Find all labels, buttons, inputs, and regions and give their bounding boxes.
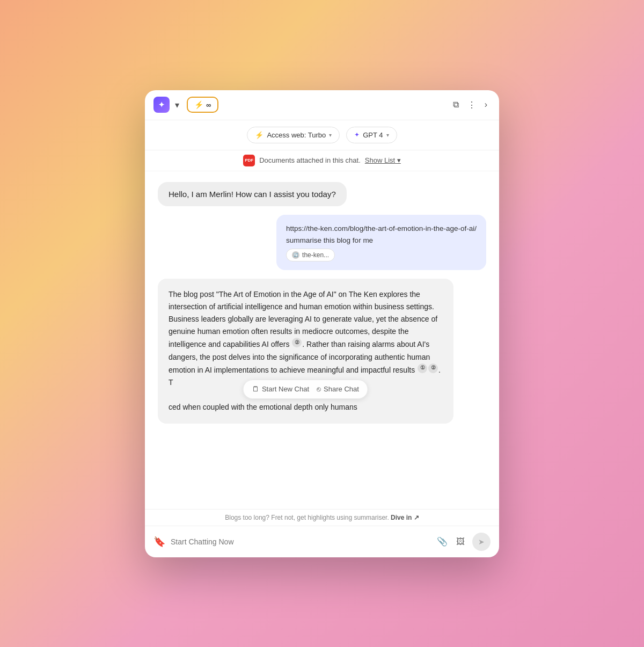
- gpt-chevron-icon: ▾: [386, 132, 389, 138]
- action-bar: 🗒 Start New Chat ⎋ Share Chat: [243, 380, 368, 398]
- citation-1: ①: [418, 364, 427, 373]
- ai-text-part4: ced when coupled with the emotional dept…: [169, 403, 357, 411]
- doc-banner: PDF Documents attached in this chat. Sho…: [145, 150, 499, 171]
- paperclip-icon: 📎: [437, 536, 448, 547]
- toolbar-right: ⧉ ⋮ ›: [450, 97, 491, 113]
- web-chevron-icon: ▾: [329, 132, 332, 138]
- gpt-button[interactable]: ✦ GPT 4 ▾: [346, 127, 397, 143]
- doc-banner-text: Documents attached in this chat.: [259, 156, 361, 164]
- pip-button[interactable]: ⧉: [450, 97, 462, 113]
- merlin-logo: ✦: [153, 97, 170, 113]
- web-access-button[interactable]: ⚡ Access web: Turbo ▾: [247, 127, 340, 143]
- toolbar-left: ✦ ▾: [153, 97, 182, 113]
- source-dot: 🔄: [292, 251, 299, 259]
- new-chat-action[interactable]: 🗒 Start New Chat: [252, 383, 309, 395]
- source-label: the-ken...: [302, 251, 329, 259]
- bolt-icon: ⚡: [194, 100, 203, 109]
- input-actions: 📎 🖼: [435, 534, 467, 549]
- sparkle-icon: ✦: [354, 131, 360, 139]
- toolbar: ✦ ▾ ⚡ ∞ ⧉ ⋮ ›: [145, 90, 499, 120]
- forward-icon: ›: [485, 100, 487, 110]
- logo-icon: ✦: [158, 100, 165, 109]
- share-icon: ⎋: [317, 383, 321, 395]
- user-message: https://the-ken.com/blog/the-art-of-emot…: [276, 215, 486, 270]
- promo-text: Blogs too long? Fret not, get highlights…: [225, 514, 389, 521]
- more-icon: ⋮: [467, 100, 476, 110]
- share-label: Share Chat: [324, 383, 359, 395]
- promo-bar: Blogs too long? Fret not, get highlights…: [145, 509, 499, 526]
- chat-window: ✦ ▾ ⚡ ∞ ⧉ ⋮ › ⚡ Access web: Turbo ▾: [145, 90, 499, 557]
- input-area: 🔖 📎 🖼 ➤: [145, 526, 499, 557]
- gpt-label: GPT 4: [363, 131, 383, 139]
- attach-button[interactable]: 📎: [435, 534, 450, 549]
- promo-link[interactable]: Dive in ↗: [391, 514, 419, 521]
- chat-area[interactable]: Hello, I am Merlin! How can I assist you…: [145, 171, 499, 509]
- pdf-icon: PDF: [243, 155, 255, 166]
- user-body: summarise this blog for me: [286, 236, 477, 244]
- ai-message: The blog post "The Art of Emotion in the…: [158, 279, 453, 424]
- new-chat-icon: 🗒: [252, 383, 259, 395]
- new-chat-label: Start New Chat: [262, 383, 309, 395]
- web-bolt-icon: ⚡: [255, 131, 264, 139]
- citation-2: ②: [292, 338, 302, 347]
- bookmark-icon: 🔖: [153, 536, 165, 548]
- pip-icon: ⧉: [453, 100, 459, 110]
- send-icon: ➤: [478, 537, 485, 546]
- doc-chevron-icon: ▾: [397, 156, 401, 164]
- user-url: https://the-ken.com/blog/the-art-of-emot…: [286, 223, 477, 234]
- greeting-bubble: Hello, I am Merlin! How can I assist you…: [158, 182, 347, 206]
- greeting-text: Hello, I am Merlin! How can I assist you…: [169, 190, 336, 199]
- share-chat-action[interactable]: ⎋ Share Chat: [317, 383, 359, 395]
- send-button[interactable]: ➤: [472, 533, 491, 551]
- turbo-badge[interactable]: ⚡ ∞: [187, 97, 218, 113]
- citation-2b: ②: [428, 364, 438, 373]
- more-button[interactable]: ⋮: [464, 97, 479, 113]
- forward-button[interactable]: ›: [481, 97, 491, 113]
- sub-toolbar: ⚡ Access web: Turbo ▾ ✦ GPT 4 ▾: [145, 120, 499, 150]
- image-icon: 🖼: [456, 537, 465, 547]
- show-list-link[interactable]: Show List ▾: [365, 156, 401, 164]
- turbo-label: ∞: [206, 101, 211, 109]
- dropdown-button[interactable]: ▾: [172, 97, 182, 113]
- web-access-label: Access web: Turbo: [267, 131, 326, 139]
- chat-input[interactable]: [171, 537, 429, 546]
- source-pill: 🔄 the-ken...: [286, 249, 335, 261]
- image-button[interactable]: 🖼: [454, 535, 467, 549]
